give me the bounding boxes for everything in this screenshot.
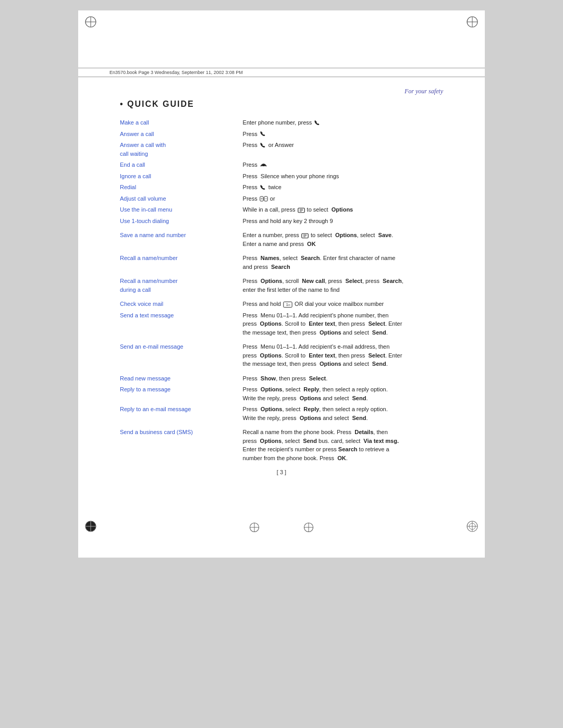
guide-label: End a call <box>120 159 243 171</box>
section-title: QUICK GUIDE <box>120 100 443 109</box>
guide-row: Recall a name/numberPress Names, select … <box>120 253 443 273</box>
guide-description: Enter a number, press to select Options,… <box>243 230 443 250</box>
guide-row: Adjust call volumePress +− or <box>120 193 443 205</box>
guide-description: Press Options, select Reply, then select… <box>243 384 443 404</box>
guide-label: Use the in‑call menu <box>120 204 243 216</box>
guide-description: Press twice <box>243 182 443 193</box>
top-right-reg-mark <box>465 15 480 29</box>
guide-description: Press Menu 01–1–1. Add recipient’s e‑mai… <box>243 341 443 370</box>
guide-description: Press or Answer <box>243 140 443 159</box>
guide-description: Press Names, select Search. Enter first … <box>243 253 443 273</box>
guide-label: Save a name and number <box>120 230 243 250</box>
bottom-right-reg-mark <box>465 519 480 534</box>
guide-row: Answer a callPress <box>120 129 443 140</box>
guide-description: Press <box>243 159 443 171</box>
guide-label: Reply to a message <box>120 384 243 404</box>
guide-label: Ignore a call <box>120 171 243 182</box>
guide-description: Press +− or <box>243 193 443 205</box>
top-corner-marks <box>78 10 485 39</box>
guide-row: Send a text messagePress Menu 01–1–1. Ad… <box>120 310 443 339</box>
file-info: En3570.book Page 3 Wednesday, September … <box>109 70 243 75</box>
svg-text:∞: ∞ <box>288 303 290 306</box>
guide-label: Redial <box>120 182 243 193</box>
svg-text:+: + <box>261 196 263 201</box>
guide-label: Answer a call withcall waiting <box>120 140 243 159</box>
header-bar: En3570.book Page 3 Wednesday, September … <box>78 68 485 77</box>
page: En3570.book Page 3 Wednesday, September … <box>78 10 485 558</box>
guide-description: Press Options, select Reply, then select… <box>243 404 443 424</box>
guide-row: Send a business card (SMS)Recall a name … <box>120 427 443 464</box>
guide-label: Read new message <box>120 373 243 385</box>
guide-row: Reply to an e‑mail messagePress Options,… <box>120 404 443 424</box>
guide-row: RedialPress twice <box>120 182 443 193</box>
page-number: [ 3 ] <box>120 469 443 475</box>
guide-row: Send an e‑mail messagePress Menu 01–1–1.… <box>120 341 443 370</box>
guide-label: Reply to an e‑mail message <box>120 404 243 424</box>
guide-description: Recall a name from the phone book. Press… <box>243 427 443 464</box>
guide-label: Adjust call volume <box>120 193 243 205</box>
guide-row: Make a callEnter phone number, press <box>120 117 443 129</box>
guide-description: Press Options, scroll New call, press Se… <box>243 276 443 295</box>
guide-row: Recall a name/numberduring a callPress O… <box>120 276 443 295</box>
guide-label: Recall a name/numberduring a call <box>120 276 243 295</box>
guide-label: Use 1‑touch dialing <box>120 216 243 227</box>
guide-description: Enter phone number, press <box>243 117 443 129</box>
guide-row: Check voice mailPress and hold 1∞ OR dia… <box>120 299 443 310</box>
bottom-center-marks <box>248 521 315 534</box>
guide-row: Answer a call withcall waitingPress or A… <box>120 140 443 159</box>
guide-label: Send an e‑mail message <box>120 341 243 370</box>
guide-description: Press <box>243 129 443 140</box>
guide-row: Use the in‑call menuWhile in a call, pre… <box>120 204 443 216</box>
guide-description: Press Menu 01–1–1. Add recipient’s phone… <box>243 310 443 339</box>
guide-label: Send a business card (SMS) <box>120 427 243 464</box>
guide-label: Recall a name/number <box>120 253 243 273</box>
bottom-left-reg-mark <box>83 519 98 534</box>
main-content: For your safety QUICK GUIDE Make a callE… <box>78 77 485 486</box>
guide-table: Make a callEnter phone number, press Ans… <box>120 117 443 464</box>
guide-label: Check voice mail <box>120 299 243 310</box>
guide-description: Press Silence when your phone rings <box>243 171 443 182</box>
top-left-reg-mark <box>83 15 98 29</box>
guide-row: Use 1‑touch dialingPress and hold any ke… <box>120 216 443 227</box>
guide-row: Save a name and numberEnter a number, pr… <box>120 230 443 250</box>
guide-label: Send a text message <box>120 310 243 339</box>
guide-description: Press and hold any key 2 through 9 <box>243 216 443 227</box>
guide-description: Press Show, then press Select. <box>243 373 443 385</box>
guide-row: End a callPress <box>120 159 443 171</box>
guide-label: Answer a call <box>120 129 243 140</box>
bottom-marks <box>78 496 485 538</box>
guide-row: Ignore a callPress Silence when your pho… <box>120 171 443 182</box>
guide-description: Press and hold 1∞ OR dial your voice mai… <box>243 299 443 310</box>
guide-label: Make a call <box>120 117 243 129</box>
safety-label: For your safety <box>120 88 443 95</box>
guide-row: Read new messagePress Show, then press S… <box>120 373 443 385</box>
guide-row: Reply to a messagePress Options, select … <box>120 384 443 404</box>
svg-text:−: − <box>265 196 267 201</box>
guide-description: While in a call, press to select Options <box>243 204 443 216</box>
